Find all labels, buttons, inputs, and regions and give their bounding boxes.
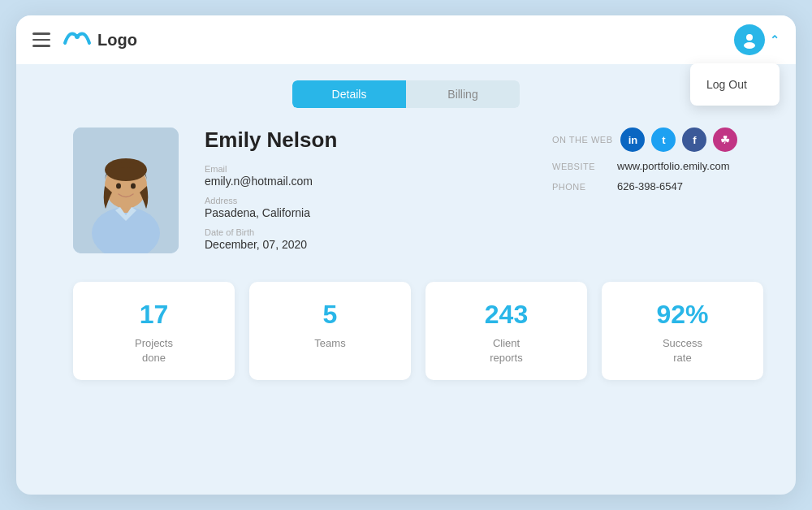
address-value: Pasadena, California (205, 206, 526, 219)
logout-item[interactable]: Log Out (690, 70, 780, 99)
user-dropdown-menu: Log Out (690, 63, 780, 106)
user-menu-chevron[interactable]: ⌃ (770, 33, 780, 46)
logo-text: Logo (97, 31, 137, 50)
phone-label: PHONE (552, 182, 609, 192)
tab-details[interactable]: Details (292, 80, 406, 108)
stats-row: 17 Projectsdone 5 Teams 243 Clientreport… (49, 282, 763, 380)
app-window: Logo ⌃ Log Out Details Billing (16, 15, 796, 495)
svg-point-8 (116, 184, 121, 189)
tab-billing[interactable]: Billing (406, 80, 520, 108)
profile-photo (73, 128, 179, 253)
profile-web: ON THE WEB in t f ☘ WEBSITE www.portfoli… (552, 128, 763, 201)
hamburger-icon[interactable] (32, 32, 50, 47)
phone-value: 626-398-6547 (617, 180, 683, 192)
svg-point-2 (744, 42, 755, 49)
svg-point-9 (131, 184, 136, 189)
stat-projects-label: Projectsdone (135, 336, 173, 365)
header: Logo ⌃ Log Out (16, 15, 796, 64)
profile-card: Emily Nelson Email emily.n@hotmail.com A… (49, 128, 763, 259)
logo-area: Logo (62, 25, 137, 54)
website-label: WEBSITE (552, 162, 609, 171)
stat-card-reports: 243 Clientreports (425, 282, 587, 380)
header-right: ⌃ Log Out (734, 24, 780, 55)
website-row: WEBSITE www.portfolio.emily.com (552, 160, 763, 172)
dob-value: December, 07, 2020 (205, 238, 526, 251)
profile-info: Emily Nelson Email emily.n@hotmail.com A… (205, 128, 526, 259)
dob-label: Date of Birth (205, 227, 526, 237)
stat-card-teams: 5 Teams (249, 282, 411, 380)
stat-reports-number: 243 (485, 300, 528, 330)
stat-success-number: 92% (656, 300, 708, 330)
stat-teams-number: 5 (323, 300, 338, 330)
svg-point-1 (746, 34, 753, 41)
logo-icon (62, 25, 93, 54)
on-the-web-label: ON THE WEB (552, 135, 612, 145)
email-label: Email (205, 164, 526, 174)
stat-teams-label: Teams (314, 336, 345, 351)
stat-reports-label: Clientreports (490, 336, 522, 365)
twitter-icon[interactable]: t (651, 128, 676, 152)
address-label: Address (205, 196, 526, 205)
phone-row: PHONE 626-398-6547 (552, 180, 763, 192)
linkedin-icon[interactable]: in (620, 128, 645, 152)
stat-projects-number: 17 (140, 300, 169, 330)
social-icons: in t f ☘ (620, 128, 737, 152)
stat-success-label: Successrate (663, 336, 702, 365)
dob-field: Date of Birth December, 07, 2020 (205, 227, 526, 251)
email-field: Email emily.n@hotmail.com (205, 164, 526, 188)
address-field: Address Pasadena, California (205, 196, 526, 219)
facebook-icon[interactable]: f (682, 128, 706, 152)
instagram-icon[interactable]: ☘ (713, 128, 737, 152)
website-value: www.portfolio.emily.com (617, 160, 729, 172)
tabs: Details Billing (292, 80, 520, 108)
social-row: ON THE WEB in t f ☘ (552, 128, 763, 152)
stat-card-projects: 17 Projectsdone (73, 282, 235, 380)
profile-name: Emily Nelson (205, 128, 526, 153)
user-avatar-button[interactable] (734, 24, 765, 55)
svg-point-0 (75, 34, 80, 39)
email-value: emily.n@hotmail.com (205, 175, 526, 188)
header-left: Logo (32, 25, 137, 54)
main-content: Details Billing (16, 64, 796, 396)
stat-card-success: 92% Successrate (602, 282, 763, 380)
